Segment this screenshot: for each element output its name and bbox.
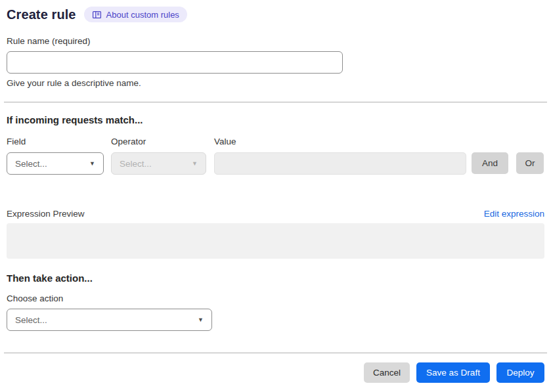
- field-select[interactable]: Select... ▼: [7, 152, 104, 175]
- operator-select[interactable]: Select... ▼: [111, 152, 206, 175]
- operator-column: Operator Select... ▼: [104, 137, 206, 175]
- create-rule-page: Create rule About custom rules Rule name…: [0, 0, 551, 383]
- edit-expression-link[interactable]: Edit expression: [484, 209, 544, 219]
- expression-preview-label: Expression Preview: [7, 209, 85, 219]
- chevron-down-icon: ▼: [89, 160, 95, 167]
- deploy-button[interactable]: Deploy: [496, 362, 544, 383]
- value-input[interactable]: [214, 152, 466, 175]
- page-title: Create rule: [7, 7, 76, 22]
- footer-divider: [4, 353, 547, 353]
- page-header: Create rule About custom rules: [7, 6, 544, 23]
- chevron-down-icon: ▼: [198, 316, 204, 323]
- book-icon: [92, 10, 102, 20]
- cancel-button[interactable]: Cancel: [364, 362, 410, 383]
- section-divider-top: [4, 102, 547, 102]
- operator-select-value: Select...: [120, 159, 152, 169]
- rule-name-input[interactable]: [7, 51, 343, 74]
- chevron-down-icon: ▼: [192, 160, 198, 167]
- rule-name-helper-text: Give your rule a descriptive name.: [7, 78, 544, 88]
- about-custom-rules-link[interactable]: About custom rules: [84, 7, 187, 22]
- field-label: Field: [7, 137, 104, 146]
- action-section-heading: Then take action...: [7, 272, 544, 284]
- match-section-heading: If incoming requests match...: [7, 114, 544, 125]
- choose-action-label: Choose action: [7, 294, 544, 303]
- operator-label: Operator: [111, 137, 206, 146]
- condition-row: Field Select... ▼ Operator Select... ▼ V…: [7, 137, 544, 175]
- value-column: Value: [206, 137, 466, 175]
- about-badge-label: About custom rules: [106, 10, 179, 20]
- footer-actions: Cancel Save as Draft Deploy: [7, 362, 544, 383]
- field-select-value: Select...: [15, 159, 47, 169]
- choose-action-select-value: Select...: [15, 315, 47, 325]
- save-as-draft-button[interactable]: Save as Draft: [416, 362, 490, 383]
- field-column: Field Select... ▼: [7, 137, 104, 175]
- choose-action-select[interactable]: Select... ▼: [7, 309, 212, 331]
- rule-name-label: Rule name (required): [7, 36, 544, 46]
- expression-preview-box: [7, 223, 544, 259]
- value-label: Value: [214, 137, 466, 146]
- or-button[interactable]: Or: [516, 152, 544, 174]
- expression-preview-header: Expression Preview Edit expression: [7, 209, 544, 219]
- and-button[interactable]: And: [472, 152, 508, 174]
